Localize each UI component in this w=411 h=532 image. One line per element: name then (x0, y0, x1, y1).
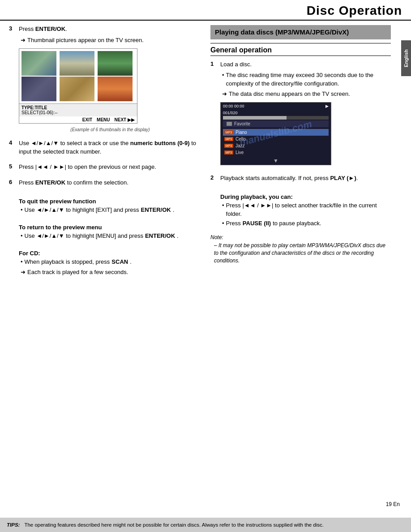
right-step-1-text: Load a disc. (220, 60, 391, 69)
quit-spacer (9, 194, 15, 216)
main-content: 3 Press ENTER/OK. Thumbnail pictures app… (0, 21, 411, 287)
step-3-number: 3 (9, 25, 15, 135)
note-label: Note: (210, 234, 391, 241)
step-3-bold: ENTER/OK (35, 26, 65, 32)
during-content: During playback, you can: Press |◄◄ / ►►… (220, 190, 391, 230)
thumbnail-info: TYPE:TITLE SELECT(01-06):-- (19, 103, 137, 116)
disc-item-name-3: Live (235, 150, 244, 155)
thumbnail-controls: EXIT MENU NEXT ▶▶ (19, 116, 137, 123)
disc-menu-screenshot: manualslib.com 00:00 00:00 ▶ 001/020 Fav… (220, 102, 331, 165)
forcd-arrow1: Each track is played for a few seconds. (21, 268, 201, 277)
forcd-title: For CD: (19, 250, 201, 257)
step-5: 5 Press |◄◄ / ►►| to open the previous o… (9, 163, 201, 174)
right-step-1-content: Load a disc. The disc reading time may e… (220, 60, 391, 170)
right-column: Playing data discs (MP3/WMA/JPEG/DivX) G… (210, 25, 402, 283)
play-bold: PLAY (►) (330, 175, 356, 181)
step-5-number: 5 (9, 163, 15, 174)
section-header-box: Playing data discs (MP3/WMA/JPEG/DivX) (210, 25, 391, 39)
step-4-bold: numeric buttons (0-9) (130, 140, 190, 146)
right-step-1: 1 Load a disc. The disc reading time may… (210, 60, 391, 170)
step-4-text: Use ◄/►/▲/▼ to select a track or use the… (19, 139, 201, 156)
disc-time-left: 00:00 00:00 (223, 104, 244, 108)
quit-title: To quit the preview function (19, 198, 201, 205)
control-menu[interactable]: MENU (97, 117, 110, 122)
forcd-spacer (9, 246, 15, 279)
right-step-1-num: 1 (210, 60, 217, 170)
forcd-section: For CD: When playback is stopped, press … (9, 246, 201, 279)
disc-menu-folder: Favorite (223, 120, 329, 127)
general-op-title: General operation (210, 46, 391, 56)
thumbnail-1 (21, 51, 56, 76)
pause-bold: PAUSE (II) (243, 219, 271, 228)
disc-item-name-1: Cello (235, 137, 246, 142)
disc-scroll-arrow: ▼ (221, 157, 331, 165)
step-6-text: Press ENTER/OK to confirm the selection. (19, 179, 201, 187)
mp3-badge-0: MP3 (224, 130, 233, 134)
page-header: Disc Operation (0, 0, 411, 21)
step-3-arrow: Thumbnail pictures appear on the TV scre… (21, 36, 201, 45)
thumbnail-grid (19, 49, 137, 103)
forcd-content: For CD: When playback is stopped, press … (19, 246, 201, 279)
step-6: 6 Press ENTER/OK to confirm the selectio… (9, 179, 201, 190)
thumbnail-box: TYPE:TITLE SELECT(01-06):-- EXIT MENU NE… (19, 48, 137, 124)
disc-menu-item-1: MP3 Cello (223, 136, 329, 142)
mp3-badge-2: MP3 (224, 144, 233, 148)
thumbnail-2 (60, 51, 94, 76)
thumbnail-6 (98, 77, 133, 101)
disc-menu-item-3: MP3 Live (223, 149, 329, 156)
control-exit[interactable]: EXIT (82, 117, 92, 122)
return-bullet: Use ◄/►/▲/▼ to highlight [MENU] and pres… (21, 232, 201, 240)
return-bold: ENTER/OK (145, 232, 175, 240)
during-bullet2: Press PAUSE (II) to pause playback. (222, 219, 391, 228)
step-6-bold: ENTER/OK (35, 179, 65, 186)
right-step-2-text: Playback starts automatically. If not, p… (220, 174, 391, 183)
right-step-2: 2 Playback starts automatically. If not,… (210, 174, 391, 185)
step-4-content: Use ◄/►/▲/▼ to select a track or use the… (19, 139, 201, 159)
section-header-title: Playing data discs (MP3/WMA/JPEG/DivX) (215, 28, 386, 37)
disc-progress-bar (223, 116, 287, 120)
disc-menu-items: MP3 Piano MP3 Cello MP3 Jazz MP3 (221, 128, 331, 157)
step-5-text: Press |◄◄ / ►►| to open the previous or … (19, 163, 201, 172)
step-3-text: Press ENTER/OK. (19, 25, 201, 34)
thumbnail-5 (60, 77, 94, 101)
quit-content: To quit the preview function Use ◄/►/▲/▼… (19, 194, 201, 216)
return-section: To return to the preview menu Use ◄/►/▲/… (9, 220, 201, 242)
step-3-content: Press ENTER/OK. Thumbnail pictures appea… (19, 25, 201, 135)
folder-name: Favorite (234, 121, 250, 126)
quit-bullet: Use ◄/►/▲/▼ to highlight [EXIT] and pres… (21, 206, 201, 215)
forcd-bullet1: When playback is stopped, press SCAN. (21, 258, 201, 266)
during-section: During playback, you can: Press |◄◄ / ►►… (210, 190, 391, 230)
return-title: To return to the preview menu (19, 224, 201, 231)
note-text: – It may not be possible to play certain… (214, 242, 391, 265)
step-4-number: 4 (9, 139, 15, 159)
step-5-content: Press |◄◄ / ►►| to open the previous or … (19, 163, 201, 174)
note-section: Note: – It may not be possible to play c… (210, 234, 391, 265)
during-title: During playback, you can: (220, 193, 391, 200)
disc-menu-top-bar: 00:00 00:00 ▶ (221, 103, 331, 110)
section-divider (210, 43, 391, 43)
step-3: 3 Press ENTER/OK. Thumbnail pictures app… (9, 25, 201, 135)
step-6-number: 6 (9, 179, 15, 190)
left-column: 3 Press ENTER/OK. Thumbnail pictures app… (9, 25, 201, 283)
thumbnail-3 (98, 51, 133, 76)
disc-item-name-2: Jazz (235, 143, 245, 148)
page-title: Disc Operation (307, 4, 402, 18)
tips-text: The operating features described here mi… (24, 521, 324, 528)
folder-icon (227, 122, 232, 126)
right-step-1-bullet1: The disc reading time may exceed 30 seco… (222, 71, 391, 88)
control-next[interactable]: NEXT ▶▶ (115, 117, 135, 122)
right-step-1-arrow1: The data disc menu appears on the TV scr… (222, 90, 391, 99)
disc-play-icon: ▶ (325, 104, 329, 108)
during-bullet1: Press |◄◄ / ►►| to select another track/… (222, 202, 391, 219)
tips-footer: TIPS: The operating features described h… (0, 518, 411, 532)
step-6-content: Press ENTER/OK to confirm the selection. (19, 179, 201, 190)
step-4: 4 Use ◄/►/▲/▼ to select a track or use t… (9, 139, 201, 159)
quit-bold: ENTER/OK (141, 206, 171, 215)
mp3-badge-3: MP3 (224, 150, 233, 154)
disc-menu-item-2: MP3 Jazz (223, 142, 329, 149)
thumbnail-caption: (Example of 6 thumbnails in the display) (19, 127, 201, 132)
mp3-badge-1: MP3 (224, 137, 233, 141)
right-step-2-content: Playback starts automatically. If not, p… (220, 174, 391, 185)
disc-progress-bar-container (223, 116, 329, 120)
forcd-scan-bold: SCAN (111, 258, 128, 266)
